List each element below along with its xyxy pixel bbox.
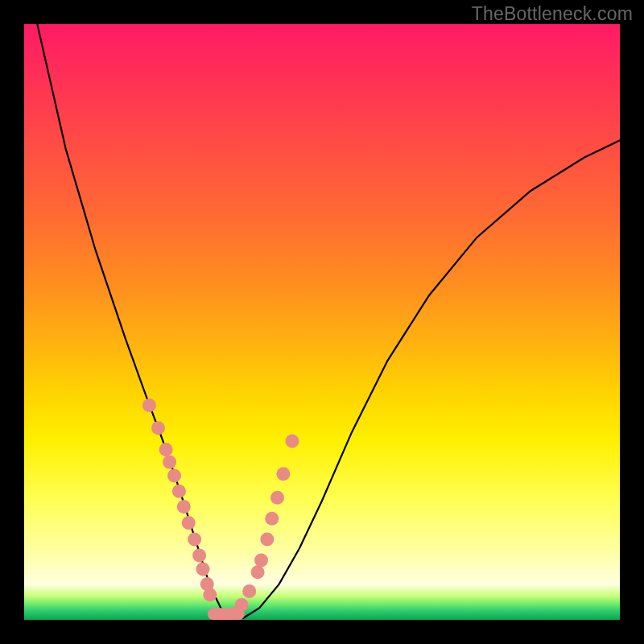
highlight-dot xyxy=(177,500,191,514)
highlight-dot xyxy=(196,563,210,576)
highlight-dot xyxy=(242,584,256,598)
highlight-dot xyxy=(251,565,265,579)
outer-frame: TheBottleneck.com xyxy=(0,0,644,644)
highlight-dot xyxy=(159,443,173,456)
bottleneck-curve xyxy=(37,24,620,618)
highlight-dot xyxy=(286,435,299,448)
highlight-dot xyxy=(182,516,196,530)
highlight-dot xyxy=(167,469,181,482)
highlight-dot xyxy=(163,455,176,469)
highlight-dot xyxy=(260,533,274,547)
highlight-dot xyxy=(270,491,284,505)
highlight-dot xyxy=(188,533,201,547)
highlight-dot xyxy=(203,588,217,601)
highlight-dot xyxy=(142,398,156,412)
highlight-dots xyxy=(142,398,299,620)
valley-blob xyxy=(208,608,245,620)
plot-area xyxy=(24,24,620,620)
highlight-dot xyxy=(151,421,165,435)
highlight-dot xyxy=(276,467,290,481)
highlight-dot xyxy=(265,512,279,526)
highlight-dot xyxy=(192,549,206,563)
highlight-dot xyxy=(172,485,186,498)
highlight-dot xyxy=(254,554,268,568)
curve-svg xyxy=(24,24,620,620)
watermark-text: TheBottleneck.com xyxy=(472,3,633,25)
